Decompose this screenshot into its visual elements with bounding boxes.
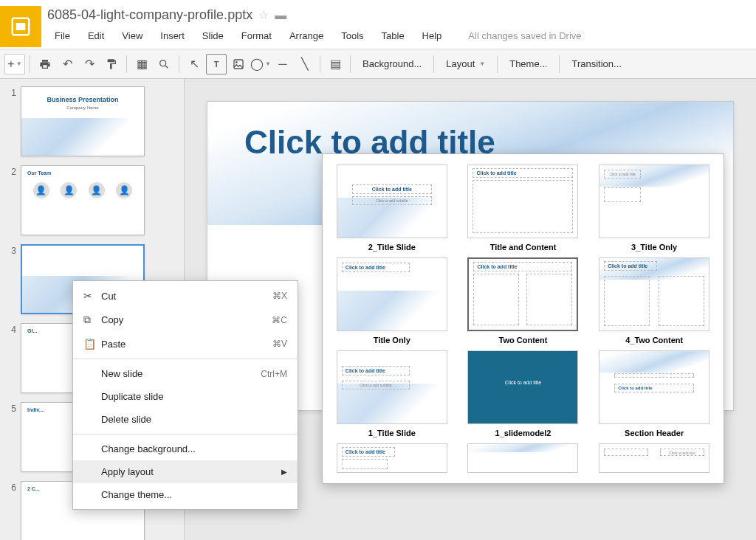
menu-arrange[interactable]: Arrange bbox=[282, 27, 331, 44]
ctx-change-theme[interactable]: Change theme... bbox=[73, 483, 298, 506]
slides-icon bbox=[10, 15, 32, 38]
app-logo[interactable] bbox=[0, 6, 41, 47]
layout-option[interactable]: Click to add title bbox=[333, 443, 451, 473]
ctx-change-background[interactable]: Change background... bbox=[73, 437, 298, 460]
layout-thumb[interactable]: Click to add text bbox=[599, 443, 709, 473]
copy-icon: ⧉ bbox=[83, 314, 101, 326]
document-title[interactable]: 6085-04-light-company-profile.pptx bbox=[47, 7, 252, 23]
layout-thumb[interactable]: Click to add title Click to add subtitle bbox=[337, 165, 447, 238]
layout-option[interactable]: Click to add title Click to add subtitle… bbox=[333, 165, 451, 252]
print-button[interactable] bbox=[35, 54, 55, 75]
paint-format-button[interactable] bbox=[101, 54, 122, 75]
menu-slide[interactable]: Slide bbox=[195, 27, 231, 44]
transition-button[interactable]: Transition... bbox=[564, 54, 628, 75]
redo-button[interactable]: ↷ bbox=[79, 54, 100, 75]
ctx-copy[interactable]: ⧉ Copy ⌘C bbox=[73, 308, 298, 332]
ctx-label: Change theme... bbox=[101, 489, 287, 500]
thumb-title: Business Presentation bbox=[21, 96, 144, 103]
ctx-label: Delete slide bbox=[101, 414, 287, 425]
content-box bbox=[342, 459, 388, 469]
layout-button[interactable]: Layout▼ bbox=[439, 54, 492, 75]
layout-thumb[interactable]: Click to add title bbox=[337, 257, 447, 331]
title-box: Click to add title bbox=[604, 170, 641, 179]
select-tool[interactable]: ↖ bbox=[184, 54, 205, 75]
title-box: Click to add title bbox=[468, 380, 577, 385]
ctx-paste[interactable]: 📋 Paste ⌘V bbox=[73, 332, 298, 356]
menu-insert[interactable]: Insert bbox=[153, 27, 192, 44]
comment-button[interactable]: ▤ bbox=[325, 54, 346, 75]
menu-view[interactable]: View bbox=[114, 27, 150, 44]
layout-thumb[interactable]: Click to add title bbox=[467, 350, 578, 424]
line-tool[interactable]: ─ bbox=[272, 54, 293, 75]
folder-icon[interactable]: ▬ bbox=[275, 9, 286, 22]
slide-thumb-2[interactable]: Our Team 👤 👤 👤 👤 bbox=[21, 165, 145, 235]
ctx-new-slide[interactable]: New slide Ctrl+M bbox=[73, 362, 298, 385]
wave-decoration bbox=[337, 384, 447, 423]
theme-button[interactable]: Theme... bbox=[502, 54, 554, 75]
shape-tool[interactable]: ◯▼ bbox=[250, 54, 271, 75]
layout-flyout: Click to add title Click to add subtitle… bbox=[322, 153, 724, 484]
zoom-button[interactable] bbox=[154, 54, 174, 75]
ctx-cut[interactable]: ✂ Cut ⌘X bbox=[73, 284, 298, 308]
ctx-delete-slide[interactable]: Delete slide bbox=[73, 408, 298, 431]
new-slide-button[interactable]: +▼ bbox=[4, 54, 25, 75]
zoom-fit-button[interactable]: ▦ bbox=[131, 54, 152, 75]
menu-edit[interactable]: Edit bbox=[80, 27, 111, 44]
ctx-duplicate-slide[interactable]: Duplicate slide bbox=[73, 385, 298, 408]
layout-option[interactable]: Click to add title 4_Two Content bbox=[595, 257, 713, 345]
title-row: 6085-04-light-company-profile.pptx ☆ ▬ bbox=[47, 6, 756, 27]
content-box bbox=[526, 274, 572, 325]
avatars: 👤 👤 👤 👤 bbox=[21, 182, 144, 198]
layout-option[interactable] bbox=[464, 443, 583, 473]
menu-help[interactable]: Help bbox=[415, 27, 450, 44]
menu-format[interactable]: Format bbox=[234, 27, 279, 44]
background-button[interactable]: Background... bbox=[355, 54, 429, 75]
layout-thumb[interactable]: Click to add title bbox=[599, 257, 709, 331]
layout-thumb[interactable] bbox=[467, 443, 578, 473]
cut-icon: ✂ bbox=[83, 290, 101, 302]
layout-thumb[interactable]: Click to add title Click to add subtitle bbox=[337, 350, 447, 424]
separator bbox=[497, 55, 498, 73]
slide-thumb-1[interactable]: Business Presentation Company Name bbox=[21, 86, 145, 156]
layout-option[interactable]: Click to add title 3_Title Only bbox=[595, 165, 713, 252]
layout-thumb[interactable]: Click to add title bbox=[599, 350, 709, 424]
svg-point-2 bbox=[160, 60, 166, 66]
thumb-subtitle: Company Name bbox=[21, 105, 144, 110]
layout-option[interactable]: Click to add text bbox=[595, 443, 713, 473]
title-box: Click to add title bbox=[614, 384, 694, 392]
star-icon[interactable]: ☆ bbox=[258, 8, 269, 22]
ctx-apply-layout[interactable]: Apply layout ▶ bbox=[73, 460, 298, 483]
layout-label: Layout bbox=[446, 58, 475, 69]
ctx-shortcut: Ctrl+M bbox=[261, 369, 287, 379]
slide-row: 1 Business Presentation Company Name bbox=[4, 86, 179, 156]
svg-point-5 bbox=[236, 61, 238, 63]
layout-name: Section Header bbox=[595, 429, 713, 437]
layout-option[interactable]: Click to add title Two Content bbox=[464, 257, 583, 345]
slide-number: 6 bbox=[4, 481, 16, 540]
layout-option[interactable]: Click to add title Title Only bbox=[333, 257, 451, 345]
layout-thumb[interactable]: Click to add title bbox=[467, 165, 578, 238]
wave-decoration bbox=[468, 444, 577, 452]
layout-option[interactable]: Click to add title 1_slidemodel2 bbox=[464, 350, 583, 437]
menu-tools[interactable]: Tools bbox=[334, 27, 371, 44]
menu-file[interactable]: File bbox=[47, 27, 78, 44]
content-box bbox=[604, 187, 641, 202]
layout-option[interactable]: Click to add title Title and Content bbox=[464, 165, 583, 252]
layout-thumb[interactable]: Click to add title bbox=[467, 257, 578, 331]
content-box bbox=[473, 274, 519, 325]
slide-number: 2 bbox=[4, 165, 16, 235]
text-box-tool[interactable]: T bbox=[206, 54, 227, 75]
image-tool[interactable] bbox=[228, 54, 249, 75]
layout-option[interactable]: Click to add title Click to add subtitle… bbox=[333, 350, 451, 437]
layout-name: 1_slidemodel2 bbox=[464, 429, 583, 437]
undo-button[interactable]: ↶ bbox=[57, 54, 78, 75]
slide-number: 5 bbox=[4, 402, 16, 472]
arrow-tool[interactable]: ╲ bbox=[295, 54, 315, 75]
layout-thumb[interactable]: Click to add title bbox=[337, 443, 447, 473]
wave-decoration bbox=[337, 291, 447, 330]
slide-number: 3 bbox=[4, 244, 16, 314]
thumb-title: Gl... bbox=[27, 328, 37, 333]
layout-thumb[interactable]: Click to add title bbox=[599, 165, 709, 238]
menu-table[interactable]: Table bbox=[374, 27, 412, 44]
layout-option[interactable]: Click to add title Section Header bbox=[595, 350, 713, 437]
